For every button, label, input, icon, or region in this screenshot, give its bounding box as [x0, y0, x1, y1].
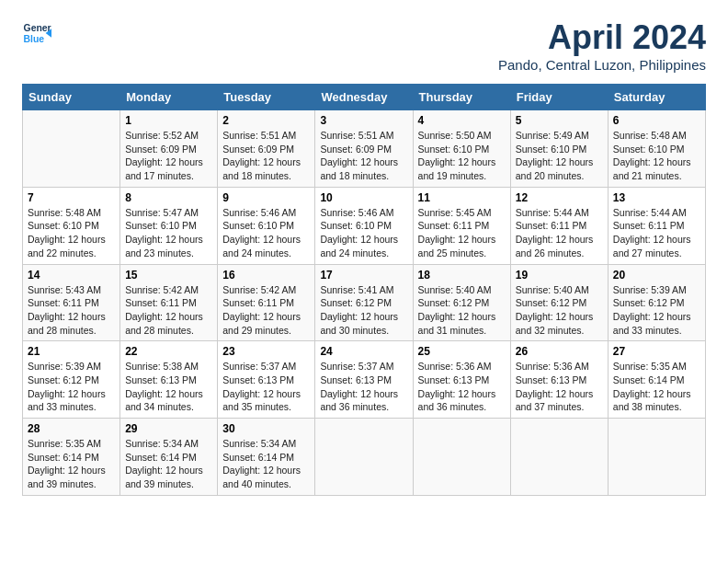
day-info: Sunrise: 5:44 AM Sunset: 6:11 PM Dayligh… [613, 206, 700, 260]
day-number: 25 [418, 345, 506, 358]
day-info: Sunrise: 5:39 AM Sunset: 6:12 PM Dayligh… [613, 283, 700, 338]
calendar-cell: 18Sunrise: 5:40 AM Sunset: 6:12 PM Dayli… [413, 264, 510, 341]
calendar-cell: 6Sunrise: 5:48 AM Sunset: 6:10 PM Daylig… [608, 110, 705, 188]
header-cell-saturday: Saturday [608, 85, 705, 110]
day-number: 15 [125, 269, 212, 282]
header-cell-tuesday: Tuesday [218, 85, 315, 110]
day-number: 21 [28, 345, 115, 358]
calendar-cell: 11Sunrise: 5:45 AM Sunset: 6:11 PM Dayli… [413, 187, 510, 264]
day-info: Sunrise: 5:48 AM Sunset: 6:10 PM Dayligh… [28, 206, 115, 260]
day-number: 22 [125, 345, 212, 358]
calendar-cell: 4Sunrise: 5:50 AM Sunset: 6:10 PM Daylig… [413, 110, 510, 188]
calendar-cell: 14Sunrise: 5:43 AM Sunset: 6:11 PM Dayli… [23, 264, 120, 341]
day-number: 1 [125, 114, 212, 127]
header-cell-sunday: Sunday [23, 85, 120, 110]
calendar-cell: 22Sunrise: 5:38 AM Sunset: 6:13 PM Dayli… [120, 341, 218, 419]
calendar-cell: 5Sunrise: 5:49 AM Sunset: 6:10 PM Daylig… [510, 110, 608, 188]
calendar-cell: 30Sunrise: 5:34 AM Sunset: 6:14 PM Dayli… [218, 419, 315, 496]
week-row-5: 28Sunrise: 5:35 AM Sunset: 6:14 PM Dayli… [23, 419, 706, 496]
calendar-cell: 21Sunrise: 5:39 AM Sunset: 6:12 PM Dayli… [23, 341, 120, 419]
day-number: 9 [222, 191, 310, 204]
day-number: 2 [222, 114, 310, 127]
calendar-cell: 9Sunrise: 5:46 AM Sunset: 6:10 PM Daylig… [218, 187, 315, 264]
calendar-cell: 7Sunrise: 5:48 AM Sunset: 6:10 PM Daylig… [23, 187, 120, 264]
calendar-cell: 8Sunrise: 5:47 AM Sunset: 6:10 PM Daylig… [120, 187, 218, 264]
day-number: 30 [222, 422, 310, 435]
day-info: Sunrise: 5:37 AM Sunset: 6:13 PM Dayligh… [222, 360, 310, 414]
header: General Blue April 2024 Pando, Central L… [22, 18, 706, 73]
day-number: 11 [418, 191, 506, 204]
day-info: Sunrise: 5:35 AM Sunset: 6:14 PM Dayligh… [613, 360, 700, 414]
day-number: 20 [613, 269, 700, 282]
day-info: Sunrise: 5:46 AM Sunset: 6:10 PM Dayligh… [320, 206, 407, 260]
day-info: Sunrise: 5:34 AM Sunset: 6:14 PM Dayligh… [125, 437, 212, 491]
day-number: 23 [222, 345, 310, 358]
calendar-cell: 17Sunrise: 5:41 AM Sunset: 6:12 PM Dayli… [315, 264, 413, 341]
page-subtitle: Pando, Central Luzon, Philippines [498, 57, 706, 73]
day-number: 28 [28, 422, 115, 435]
day-number: 16 [222, 269, 310, 282]
week-row-2: 7Sunrise: 5:48 AM Sunset: 6:10 PM Daylig… [23, 187, 706, 264]
logo: General Blue [22, 18, 55, 48]
page-title: April 2024 [498, 18, 706, 57]
day-info: Sunrise: 5:49 AM Sunset: 6:10 PM Dayligh… [516, 129, 603, 183]
day-info: Sunrise: 5:47 AM Sunset: 6:10 PM Dayligh… [125, 206, 212, 260]
calendar-cell [23, 110, 120, 188]
day-number: 3 [320, 114, 407, 127]
day-info: Sunrise: 5:37 AM Sunset: 6:13 PM Dayligh… [320, 360, 407, 414]
day-info: Sunrise: 5:40 AM Sunset: 6:12 PM Dayligh… [516, 283, 603, 338]
calendar-cell: 29Sunrise: 5:34 AM Sunset: 6:14 PM Dayli… [120, 419, 218, 496]
day-info: Sunrise: 5:46 AM Sunset: 6:10 PM Dayligh… [222, 206, 310, 260]
calendar-cell [315, 419, 413, 496]
calendar-cell: 23Sunrise: 5:37 AM Sunset: 6:13 PM Dayli… [218, 341, 315, 419]
calendar-table: SundayMondayTuesdayWednesdayThursdayFrid… [22, 84, 706, 496]
day-number: 10 [320, 191, 407, 204]
day-info: Sunrise: 5:51 AM Sunset: 6:09 PM Dayligh… [222, 129, 310, 183]
day-info: Sunrise: 5:50 AM Sunset: 6:10 PM Dayligh… [418, 129, 506, 183]
day-info: Sunrise: 5:39 AM Sunset: 6:12 PM Dayligh… [28, 360, 115, 414]
calendar-body: 1Sunrise: 5:52 AM Sunset: 6:09 PM Daylig… [23, 110, 706, 496]
calendar-cell: 20Sunrise: 5:39 AM Sunset: 6:12 PM Dayli… [608, 264, 705, 341]
day-info: Sunrise: 5:48 AM Sunset: 6:10 PM Dayligh… [613, 129, 700, 183]
day-info: Sunrise: 5:40 AM Sunset: 6:12 PM Dayligh… [418, 283, 506, 338]
calendar-cell: 3Sunrise: 5:51 AM Sunset: 6:09 PM Daylig… [315, 110, 413, 188]
header-cell-friday: Friday [510, 85, 608, 110]
calendar-cell: 28Sunrise: 5:35 AM Sunset: 6:14 PM Dayli… [23, 419, 120, 496]
calendar-cell [413, 419, 510, 496]
calendar-cell: 15Sunrise: 5:42 AM Sunset: 6:11 PM Dayli… [120, 264, 218, 341]
calendar-cell: 24Sunrise: 5:37 AM Sunset: 6:13 PM Dayli… [315, 341, 413, 419]
day-number: 7 [28, 191, 115, 204]
day-info: Sunrise: 5:44 AM Sunset: 6:11 PM Dayligh… [516, 206, 603, 260]
calendar-cell [510, 419, 608, 496]
calendar-cell: 26Sunrise: 5:36 AM Sunset: 6:13 PM Dayli… [510, 341, 608, 419]
day-number: 14 [28, 269, 115, 282]
day-number: 18 [418, 269, 506, 282]
day-number: 19 [516, 269, 603, 282]
header-cell-thursday: Thursday [413, 85, 510, 110]
day-info: Sunrise: 5:42 AM Sunset: 6:11 PM Dayligh… [222, 283, 310, 338]
week-row-4: 21Sunrise: 5:39 AM Sunset: 6:12 PM Dayli… [23, 341, 706, 419]
calendar-cell: 25Sunrise: 5:36 AM Sunset: 6:13 PM Dayli… [413, 341, 510, 419]
calendar-cell: 19Sunrise: 5:40 AM Sunset: 6:12 PM Dayli… [510, 264, 608, 341]
week-row-3: 14Sunrise: 5:43 AM Sunset: 6:11 PM Dayli… [23, 264, 706, 341]
day-info: Sunrise: 5:43 AM Sunset: 6:11 PM Dayligh… [28, 283, 115, 338]
day-number: 8 [125, 191, 212, 204]
day-info: Sunrise: 5:38 AM Sunset: 6:13 PM Dayligh… [125, 360, 212, 414]
calendar-cell: 1Sunrise: 5:52 AM Sunset: 6:09 PM Daylig… [120, 110, 218, 188]
calendar-cell: 16Sunrise: 5:42 AM Sunset: 6:11 PM Dayli… [218, 264, 315, 341]
day-number: 27 [613, 345, 700, 358]
calendar-cell: 12Sunrise: 5:44 AM Sunset: 6:11 PM Dayli… [510, 187, 608, 264]
day-number: 17 [320, 269, 407, 282]
day-info: Sunrise: 5:51 AM Sunset: 6:09 PM Dayligh… [320, 129, 407, 183]
calendar-header: SundayMondayTuesdayWednesdayThursdayFrid… [23, 85, 706, 110]
day-number: 24 [320, 345, 407, 358]
day-info: Sunrise: 5:45 AM Sunset: 6:11 PM Dayligh… [418, 206, 506, 260]
day-number: 5 [516, 114, 603, 127]
calendar-cell [608, 419, 705, 496]
day-number: 13 [613, 191, 700, 204]
header-cell-wednesday: Wednesday [315, 85, 413, 110]
day-info: Sunrise: 5:41 AM Sunset: 6:12 PM Dayligh… [320, 283, 407, 338]
calendar-cell: 27Sunrise: 5:35 AM Sunset: 6:14 PM Dayli… [608, 341, 705, 419]
day-info: Sunrise: 5:36 AM Sunset: 6:13 PM Dayligh… [516, 360, 603, 414]
header-cell-monday: Monday [120, 85, 218, 110]
